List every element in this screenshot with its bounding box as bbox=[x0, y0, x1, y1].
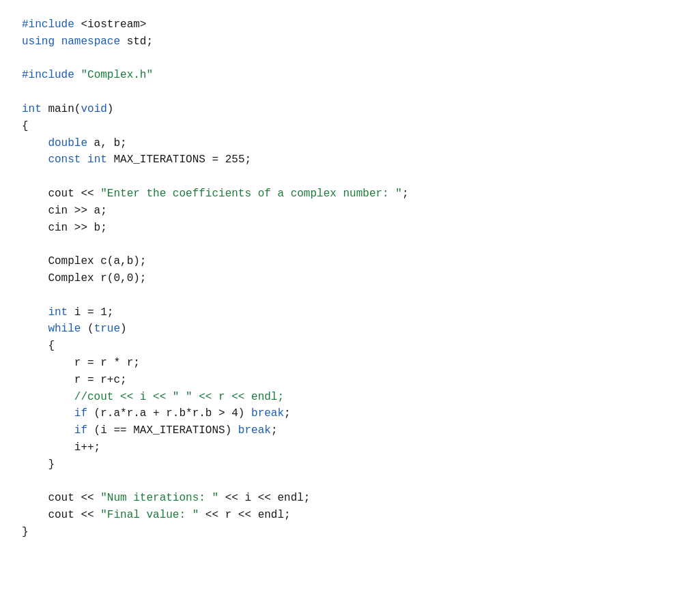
code-text: i = 1; bbox=[68, 306, 113, 319]
code-line: cout << "Final value: " << r << endl; bbox=[22, 507, 677, 524]
code-text: a, b; bbox=[87, 137, 127, 149]
code-text: ; bbox=[271, 424, 278, 437]
code-line: r = r+c; bbox=[22, 372, 677, 389]
code-text: main( bbox=[42, 103, 81, 115]
code-line: //cout << i << " " << r << endl; bbox=[22, 389, 677, 406]
string-literal: "Final value: " bbox=[100, 509, 199, 521]
code-text: << r << endl; bbox=[199, 509, 290, 521]
code-text: { bbox=[22, 120, 29, 132]
code-text: ) bbox=[120, 323, 127, 335]
code-text: } bbox=[22, 526, 29, 538]
code-line: { bbox=[22, 118, 677, 135]
code-line: cin >> a; bbox=[22, 203, 677, 220]
code-line bbox=[22, 168, 677, 186]
code-text: (r.a*r.a + r.b*r.b > 4) bbox=[87, 407, 251, 420]
code-text: ; bbox=[284, 407, 291, 420]
code-text: cin >> a; bbox=[48, 205, 106, 217]
code-text: { bbox=[48, 340, 55, 352]
code-line: int main(void) bbox=[22, 101, 677, 118]
keyword: namespace bbox=[61, 35, 120, 48]
string-literal: "Complex.h" bbox=[81, 69, 153, 81]
code-line: using namespace std; bbox=[22, 33, 677, 50]
code-text: i++; bbox=[74, 441, 100, 454]
comment: //cout << i << " " << r << endl; bbox=[74, 391, 284, 403]
code-line: cout << "Enter the coefficients of a com… bbox=[22, 186, 677, 203]
keyword: if bbox=[74, 407, 87, 420]
keyword: break bbox=[238, 424, 271, 437]
code-line: } bbox=[22, 456, 677, 473]
code-line: Complex r(0,0); bbox=[22, 270, 677, 287]
code-line bbox=[22, 50, 677, 68]
code-line: if (i == MAX_ITERATIONS) break; bbox=[22, 422, 677, 439]
keyword: true bbox=[94, 323, 120, 335]
code-text: << i << endl; bbox=[218, 492, 310, 504]
code-line: #include "Complex.h" bbox=[22, 67, 677, 84]
code-text: cout << bbox=[48, 188, 100, 200]
code-line bbox=[22, 473, 677, 490]
code-line bbox=[22, 236, 677, 253]
code-line: r = r * r; bbox=[22, 355, 677, 372]
code-text: ) bbox=[107, 103, 114, 115]
code-line: int i = 1; bbox=[22, 304, 677, 321]
keyword: while bbox=[48, 323, 81, 335]
keyword: void bbox=[81, 103, 106, 115]
code-text: cout << bbox=[48, 492, 100, 504]
code-line: double a, b; bbox=[22, 135, 677, 152]
string-literal: "Enter the coefficients of a complex num… bbox=[100, 188, 402, 200]
code-text: ( bbox=[81, 323, 94, 335]
code-line bbox=[22, 287, 677, 304]
keyword: const bbox=[48, 153, 81, 166]
code-text: MAX_ITERATIONS = 255; bbox=[107, 153, 251, 166]
code-line: #include <iostream> bbox=[22, 16, 677, 33]
code-line: i++; bbox=[22, 439, 677, 456]
code-text: r = r+c; bbox=[74, 374, 127, 386]
keyword: int bbox=[87, 153, 107, 166]
string-literal: "Num iterations: " bbox=[100, 492, 218, 504]
code-text: ; bbox=[402, 188, 409, 200]
code-text: } bbox=[48, 458, 55, 471]
code-text: cout << bbox=[48, 509, 100, 521]
code-text: cin >> b; bbox=[48, 222, 106, 234]
keyword: using bbox=[22, 35, 55, 48]
keyword: if bbox=[74, 424, 87, 437]
code-text: (i == MAX_ITERATIONS) bbox=[87, 424, 238, 437]
keyword: int bbox=[48, 306, 68, 319]
code-line: if (r.a*r.a + r.b*r.b > 4) break; bbox=[22, 405, 677, 422]
code-text: Complex c(a,b); bbox=[48, 255, 146, 267]
keyword: #include bbox=[22, 69, 74, 81]
code-text bbox=[74, 69, 81, 81]
code-text: std; bbox=[120, 35, 153, 48]
code-line: while (true) bbox=[22, 321, 677, 338]
code-display: #include <iostream>using namespace std; … bbox=[22, 16, 677, 541]
code-line: { bbox=[22, 338, 677, 355]
code-line: cout << "Num iterations: " << i << endl; bbox=[22, 490, 677, 507]
code-text: <iostream> bbox=[74, 18, 147, 31]
code-line: cin >> b; bbox=[22, 220, 677, 237]
keyword: int bbox=[22, 103, 42, 115]
keyword: double bbox=[48, 137, 87, 149]
code-text: Complex r(0,0); bbox=[48, 272, 146, 284]
keyword: #include bbox=[22, 18, 74, 31]
code-text bbox=[55, 35, 61, 48]
code-line: const int MAX_ITERATIONS = 255; bbox=[22, 151, 677, 168]
code-line bbox=[22, 84, 677, 101]
code-line: } bbox=[22, 524, 677, 541]
code-text bbox=[81, 153, 87, 166]
code-text: r = r * r; bbox=[74, 357, 140, 369]
code-line: Complex c(a,b); bbox=[22, 253, 677, 270]
keyword: break bbox=[251, 407, 284, 420]
